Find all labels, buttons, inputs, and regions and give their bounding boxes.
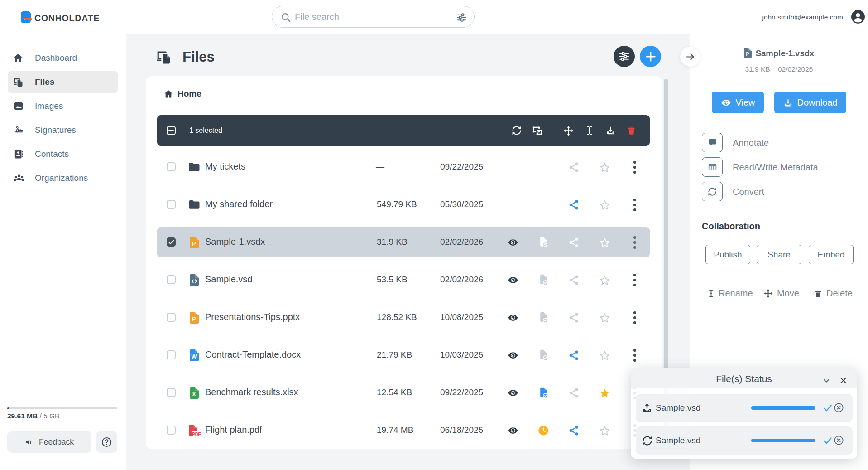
- svg-text:P: P: [192, 316, 196, 322]
- svg-text:P: P: [746, 51, 749, 57]
- svg-text:W: W: [191, 354, 197, 360]
- svg-text:P: P: [192, 241, 196, 247]
- svg-text:PDF: PDF: [192, 432, 201, 436]
- svg-text:X: X: [192, 391, 196, 397]
